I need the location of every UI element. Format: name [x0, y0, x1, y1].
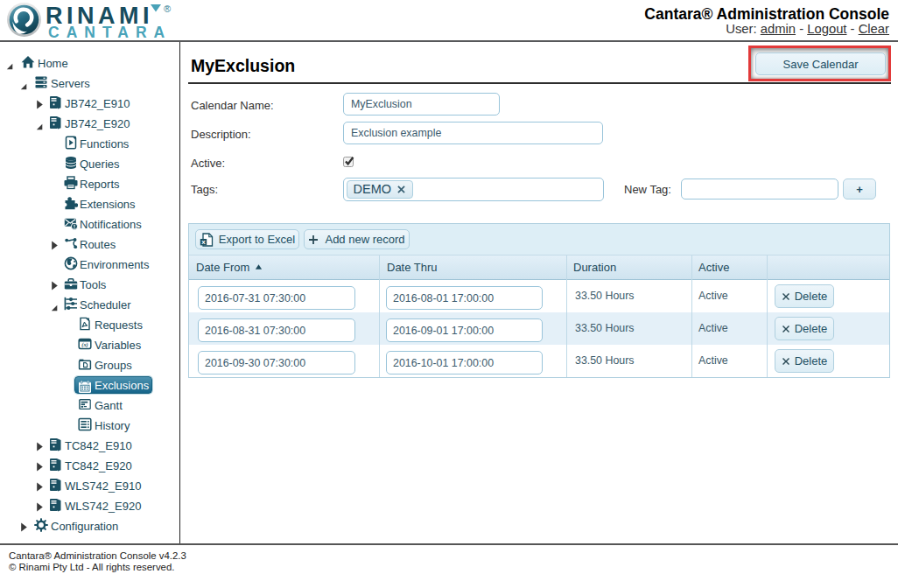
svg-text:(x): (x) [81, 341, 88, 348]
svg-text:x: x [201, 238, 206, 246]
